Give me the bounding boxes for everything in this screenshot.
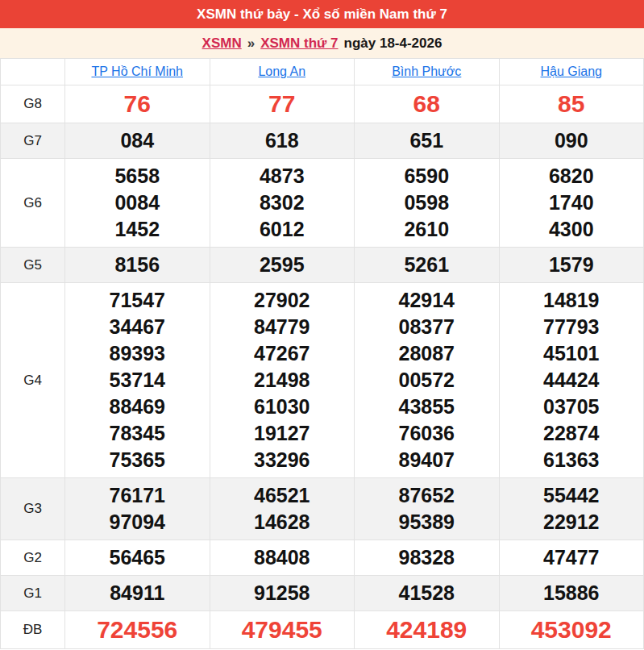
result-number: 91258 <box>210 580 355 606</box>
province-link-3[interactable]: Hậu Giang <box>541 65 603 78</box>
breadcrumb: XSMN » XSMN thứ 7 ngày 18-4-2026 <box>0 28 644 58</box>
page-title: XSMN thứ bảy - Xổ số miền Nam thứ 7 <box>197 6 447 23</box>
result-number: 28087 <box>355 340 499 367</box>
result-number: 77 <box>210 90 355 119</box>
result-cell: 090 <box>499 123 644 159</box>
result-cell: 77 <box>210 85 355 123</box>
prize-row-g1: G184911912584152815886 <box>1 576 644 611</box>
result-number: 21498 <box>210 367 355 394</box>
result-number: 75365 <box>65 447 210 473</box>
result-cell: 42914083772808700572438557603689407 <box>355 283 500 478</box>
result-number: 84779 <box>210 314 355 340</box>
breadcrumb-link-xsmn-thu-7[interactable]: XSMN thứ 7 <box>260 35 338 52</box>
result-cell: 14819777934510144424037052287461363 <box>499 283 644 478</box>
result-number: 6590 <box>355 163 499 190</box>
result-number: 424189 <box>355 615 499 644</box>
breadcrumb-date: ngày 18-4-2026 <box>344 35 442 52</box>
result-number: 00572 <box>355 367 499 394</box>
result-number: 618 <box>210 127 355 154</box>
result-number: 89407 <box>355 447 499 473</box>
results-table-body: G876776885G7084618651090G656580084145248… <box>1 85 644 649</box>
result-number: 1579 <box>500 252 644 278</box>
province-link-1[interactable]: Long An <box>258 65 305 78</box>
result-number: 42914 <box>355 287 499 314</box>
result-number: 85 <box>500 90 644 119</box>
prize-row-db: ĐB724556479455424189453092 <box>1 611 644 649</box>
result-number: 8156 <box>65 252 210 278</box>
result-number: 1452 <box>65 216 210 243</box>
result-number: 08377 <box>355 314 499 340</box>
result-cell: 618 <box>210 123 355 159</box>
result-number: 2610 <box>355 216 499 243</box>
result-number: 1740 <box>500 190 644 216</box>
result-cell: 8765295389 <box>355 478 500 540</box>
result-cell: 682017404300 <box>499 159 644 248</box>
result-number: 0084 <box>65 190 210 216</box>
result-number: 14628 <box>210 509 355 535</box>
prize-label-g5: G5 <box>1 248 65 283</box>
result-cell: 5261 <box>355 248 500 283</box>
result-number: 724556 <box>65 615 210 644</box>
result-number: 78345 <box>65 420 210 447</box>
breadcrumb-link-xsmn[interactable]: XSMN <box>202 35 242 52</box>
result-number: 76171 <box>65 482 210 509</box>
result-number: 88469 <box>65 394 210 420</box>
prize-row-g3: G376171970944652114628876529538955442229… <box>1 478 644 540</box>
prize-row-g5: G58156259552611579 <box>1 248 644 283</box>
prize-label-g6: G6 <box>1 159 65 248</box>
results-table: TP Hồ Chí MinhLong AnBình PhướcHậu Giang… <box>0 58 644 649</box>
result-cell: 479455 <box>210 611 355 649</box>
result-number: 5658 <box>65 163 210 190</box>
result-cell: 56465 <box>65 540 210 576</box>
result-number: 97094 <box>65 509 210 535</box>
result-number: 651 <box>355 127 499 154</box>
result-cell: 565800841452 <box>65 159 210 248</box>
result-number: 45101 <box>500 340 644 367</box>
breadcrumb-separator: » <box>247 35 255 52</box>
prize-row-g6: G656580084145248738302601265900598261068… <box>1 159 644 248</box>
result-number: 47477 <box>500 544 644 571</box>
prize-label-db: ĐB <box>1 611 65 649</box>
prize-label-g3: G3 <box>1 478 65 540</box>
result-number: 88408 <box>210 544 355 571</box>
result-cell: 084 <box>65 123 210 159</box>
result-cell: 724556 <box>65 611 210 649</box>
result-cell: 651 <box>355 123 500 159</box>
result-cell: 1579 <box>499 248 644 283</box>
result-number: 6012 <box>210 216 355 243</box>
result-number: 61030 <box>210 394 355 420</box>
result-number: 03705 <box>500 394 644 420</box>
result-cell: 68 <box>355 85 500 123</box>
prize-row-g2: G256465884089832847477 <box>1 540 644 576</box>
result-number: 55442 <box>500 482 644 509</box>
result-number: 453092 <box>500 615 644 644</box>
result-number: 6820 <box>500 163 644 190</box>
result-cell: 453092 <box>499 611 644 649</box>
result-number: 56465 <box>65 544 210 571</box>
result-number: 47267 <box>210 340 355 367</box>
result-number: 68 <box>355 90 499 119</box>
prize-label-header <box>1 59 65 85</box>
province-link-0[interactable]: TP Hồ Chí Minh <box>91 65 183 78</box>
result-number: 76 <box>65 90 210 119</box>
result-number: 084 <box>65 127 210 154</box>
result-number: 84911 <box>65 580 210 606</box>
result-number: 53714 <box>65 367 210 394</box>
result-cell: 88408 <box>210 540 355 576</box>
prize-row-g7: G7084618651090 <box>1 123 644 159</box>
result-number: 71547 <box>65 287 210 314</box>
result-number: 44424 <box>500 367 644 394</box>
result-number: 4873 <box>210 163 355 190</box>
prize-label-g8: G8 <box>1 85 65 123</box>
result-cell: 27902847794726721498610301912733296 <box>210 283 355 478</box>
result-number: 95389 <box>355 509 499 535</box>
result-number: 2595 <box>210 252 355 278</box>
result-number: 89393 <box>65 340 210 367</box>
province-link-2[interactable]: Bình Phước <box>392 65 461 78</box>
province-header-cell: TP Hồ Chí Minh <box>65 59 210 85</box>
result-number: 8302 <box>210 190 355 216</box>
result-cell: 4652114628 <box>210 478 355 540</box>
result-number: 46521 <box>210 482 355 509</box>
result-cell: 71547344678939353714884697834575365 <box>65 283 210 478</box>
province-header-row: TP Hồ Chí MinhLong AnBình PhướcHậu Giang <box>1 59 644 85</box>
